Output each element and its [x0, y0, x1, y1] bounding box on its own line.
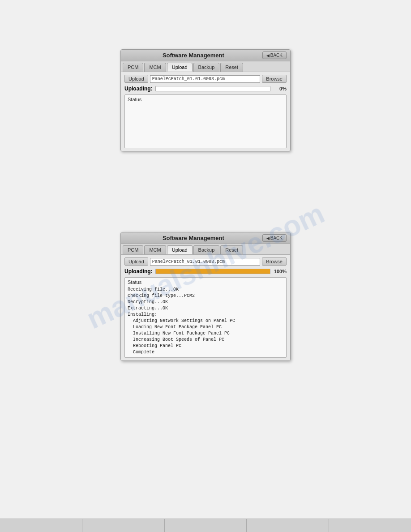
back-button-2[interactable]: BACK: [262, 234, 287, 242]
tabs-bar-2: PCM MCM Upload Backup Reset: [121, 244, 290, 255]
dialog-body-1: Upload PanelPcPatch_01.01.0003.pcm Brows…: [121, 72, 290, 151]
dialog-title-2: Software Management: [124, 235, 262, 241]
status-group-2: Status Receiving file...OK Checking file…: [124, 277, 287, 358]
status-text-2: Receiving file...OK Checking file type..…: [128, 287, 283, 356]
title-bar-1: Software Management BACK: [121, 50, 290, 61]
tabs-bar-1: PCM MCM Upload Backup Reset: [121, 61, 290, 72]
upload-row-1: Upload PanelPcPatch_01.01.0003.pcm Brows…: [124, 75, 287, 83]
footer-bar: [0, 519, 411, 532]
status-legend-2: Status: [128, 279, 283, 285]
browse-button-1[interactable]: Browse: [262, 75, 287, 83]
progress-percent-1: 0%: [273, 86, 287, 91]
uploading-label-2: Uploading:: [124, 268, 153, 275]
footer-section-4: [247, 519, 329, 532]
footer-section-2: [82, 519, 165, 532]
tab-upload-1[interactable]: Upload: [167, 63, 193, 72]
progress-bar-fill-2: [156, 269, 270, 274]
tab-reset-2[interactable]: Reset: [220, 245, 243, 254]
browse-button-2[interactable]: Browse: [262, 257, 287, 266]
status-legend-1: Status: [128, 97, 283, 102]
dialog-title-1: Software Management: [124, 52, 262, 59]
status-group-1: Status: [124, 94, 287, 148]
file-input-1[interactable]: PanelPcPatch_01.01.0003.pcm: [150, 75, 260, 83]
dialog-2: Software Management BACK PCM MCM Upload …: [120, 232, 291, 361]
tab-backup-1[interactable]: Backup: [193, 63, 220, 72]
upload-button-2[interactable]: Upload: [124, 257, 148, 266]
tab-reset-1[interactable]: Reset: [220, 63, 243, 72]
tab-mcm-1[interactable]: MCM: [144, 63, 166, 72]
upload-row-2: Upload PanelPcPatch_01.01.0003.pcm Brows…: [124, 257, 287, 266]
uploading-row-2: Uploading: 100%: [124, 268, 287, 275]
page-container: manualshhive.com Software Management BAC…: [0, 0, 411, 532]
progress-bar-container-1: [155, 86, 270, 91]
tab-pcm-2[interactable]: PCM: [123, 245, 143, 254]
back-button-1[interactable]: BACK: [262, 51, 287, 59]
title-bar-2: Software Management BACK: [121, 232, 290, 244]
tab-backup-2[interactable]: Backup: [193, 245, 220, 254]
uploading-label-1: Uploading:: [124, 86, 153, 92]
uploading-row-1: Uploading: 0%: [124, 86, 287, 92]
footer-section-3: [165, 519, 247, 532]
tab-upload-2[interactable]: Upload: [167, 245, 193, 254]
footer-section-5: [329, 519, 411, 532]
dialog-1: Software Management BACK PCM MCM Upload …: [120, 49, 291, 151]
footer-section-1: [0, 519, 82, 532]
upload-button-1[interactable]: Upload: [124, 75, 148, 83]
tab-mcm-2[interactable]: MCM: [144, 245, 166, 254]
tab-pcm-1[interactable]: PCM: [123, 63, 143, 72]
file-input-2[interactable]: PanelPcPatch_01.01.0003.pcm: [150, 258, 260, 266]
dialog-body-2: Upload PanelPcPatch_01.01.0003.pcm Brows…: [121, 255, 290, 360]
progress-percent-2: 100%: [273, 269, 287, 274]
progress-bar-container-2: [155, 269, 270, 274]
